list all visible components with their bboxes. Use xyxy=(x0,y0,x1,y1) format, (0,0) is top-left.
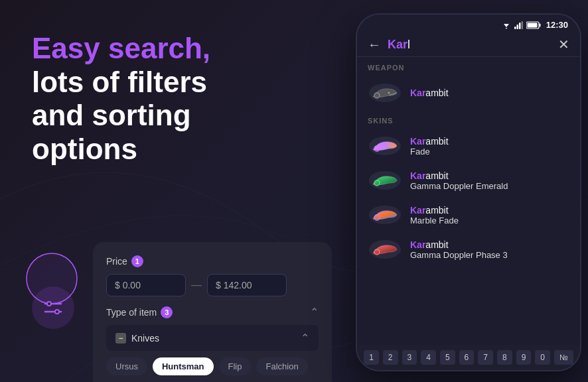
skin-item-fade-info: Karambit Fade xyxy=(410,136,569,157)
headline-line2: lots of filters xyxy=(32,66,207,98)
svg-rect-9 xyxy=(519,23,521,29)
skin-emerald-name: Karambit xyxy=(410,170,569,181)
karambit-weapon-icon xyxy=(368,81,402,105)
skin-phase3-sub: Gamma Doppler Phase 3 xyxy=(410,250,569,260)
phone-mockup: 12:30 ← Karl ✕ WEAPON xyxy=(356,13,581,371)
skin-marble-name: Karambit xyxy=(410,205,569,216)
status-icons xyxy=(501,21,541,29)
signal-icon xyxy=(514,21,524,29)
headline: Easy search, lots of filters and sorting… xyxy=(32,32,280,166)
weapon-name-highlight: Kar xyxy=(410,88,425,98)
filter-icon xyxy=(42,298,64,317)
headline-line3: and sorting xyxy=(32,99,191,131)
wifi-icon xyxy=(501,21,512,29)
price-dash: — xyxy=(191,279,202,291)
karambit-fade-icon xyxy=(368,134,402,158)
minus-icon[interactable]: − xyxy=(115,333,126,344)
svg-rect-13 xyxy=(527,23,537,27)
knife-types: Ursus Huntsman Flip Falchion xyxy=(106,357,319,375)
knives-row: − Knives ⌃ xyxy=(106,325,319,351)
skin-fade-sub: Fade xyxy=(410,147,569,157)
key-4[interactable]: 4 xyxy=(421,350,436,365)
weapon-item[interactable]: Karambit xyxy=(357,76,580,110)
weapon-name-rest: ambit xyxy=(425,88,448,98)
skin-item-phase3-info: Karambit Gamma Doppler Phase 3 xyxy=(410,239,569,260)
price-to-input[interactable] xyxy=(207,274,287,296)
key-3[interactable]: 3 xyxy=(402,350,417,365)
weapon-item-info: Karambit xyxy=(410,88,569,98)
price-badge: 1 xyxy=(131,255,143,267)
weapon-section-label: WEAPON xyxy=(357,57,580,76)
skin-item-marble-info: Karambit Marble Fade xyxy=(410,205,569,225)
svg-rect-10 xyxy=(521,21,523,29)
headline-line4: options xyxy=(32,133,137,165)
weapon-item-name: Karambit xyxy=(410,88,569,98)
knife-tag-flip[interactable]: Flip xyxy=(219,357,252,375)
key-6[interactable]: 6 xyxy=(459,350,475,365)
skins-section-label: SKINS xyxy=(357,110,580,129)
karambit-phase3-icon xyxy=(368,237,402,261)
search-highlight: Kar xyxy=(388,38,407,51)
skin-item-emerald-info: Karambit Gamma Doppler Emerald xyxy=(410,170,569,191)
skin-emerald-sub: Gamma Doppler Emerald xyxy=(410,181,569,191)
key-num[interactable]: № xyxy=(554,350,573,365)
back-icon[interactable]: ← xyxy=(368,37,381,52)
key-8[interactable]: 8 xyxy=(497,350,512,365)
search-bar: ← Karl ✕ xyxy=(357,32,580,57)
battery-icon xyxy=(526,21,541,29)
key-7[interactable]: 7 xyxy=(478,350,493,365)
skin-phase3-name: Karambit xyxy=(410,239,569,250)
skin-item-phase3-image xyxy=(368,237,402,261)
skin-marble-sub: Marble Fade xyxy=(410,216,569,225)
svg-point-4 xyxy=(55,310,59,314)
svg-rect-7 xyxy=(514,27,516,29)
svg-marker-5 xyxy=(504,24,509,27)
clear-icon[interactable]: ✕ xyxy=(558,36,569,52)
svg-point-2 xyxy=(47,302,51,306)
karambit-marble-icon xyxy=(368,203,402,227)
status-bar: 12:30 xyxy=(357,15,580,32)
karambit-emerald-icon xyxy=(368,168,402,192)
skin-item-marble[interactable]: Karambit Marble Fade xyxy=(357,198,580,232)
key-2[interactable]: 2 xyxy=(383,350,398,365)
svg-point-16 xyxy=(388,92,390,94)
skin-item-emerald[interactable]: Karambit Gamma Doppler Emerald xyxy=(357,163,580,198)
svg-rect-12 xyxy=(539,23,540,27)
filter-card: Price 1 — Type of item 3 ⌃ − Knives ⌃ xyxy=(93,242,332,382)
skin-item-marble-image xyxy=(368,203,402,227)
skin-item-fade-image xyxy=(368,134,402,158)
svg-marker-6 xyxy=(505,28,507,29)
price-from-input[interactable] xyxy=(106,274,186,296)
search-rest: l xyxy=(407,38,410,51)
price-label: Price 1 xyxy=(106,255,143,267)
key-1[interactable]: 1 xyxy=(364,350,379,365)
key-9[interactable]: 9 xyxy=(516,350,532,365)
skin-item-fade[interactable]: Karambit Fade xyxy=(357,129,580,163)
weapon-item-image xyxy=(368,81,402,105)
type-badge: 3 xyxy=(161,306,173,318)
skin-item-emerald-image xyxy=(368,168,402,192)
svg-rect-8 xyxy=(516,25,518,29)
headline-accent: Easy search, xyxy=(32,32,210,64)
knives-chevron-up-icon[interactable]: ⌃ xyxy=(301,332,309,344)
skin-fade-name: Karambit xyxy=(410,136,569,147)
knives-label: − Knives xyxy=(115,333,159,344)
key-5[interactable]: 5 xyxy=(440,350,455,365)
knife-tag-falchion[interactable]: Falchion xyxy=(256,357,307,375)
filter-icon-circle xyxy=(32,286,74,329)
price-inputs: — xyxy=(106,274,319,296)
type-label: Type of item 3 xyxy=(106,306,173,318)
price-filter-row: Price 1 xyxy=(106,255,319,267)
skin-item-phase3[interactable]: Karambit Gamma Doppler Phase 3 xyxy=(357,232,580,267)
key-0[interactable]: 0 xyxy=(535,350,550,365)
type-row: Type of item 3 ⌃ xyxy=(106,306,319,318)
search-query[interactable]: Karl xyxy=(388,38,551,52)
keyboard-row: 1 2 3 4 5 6 7 8 9 0 № xyxy=(357,345,580,370)
knife-tag-huntsman[interactable]: Huntsman xyxy=(153,357,214,375)
chevron-up-icon[interactable]: ⌃ xyxy=(310,306,319,318)
knife-tag-ursus[interactable]: Ursus xyxy=(106,357,147,375)
status-time: 12:30 xyxy=(546,20,568,30)
